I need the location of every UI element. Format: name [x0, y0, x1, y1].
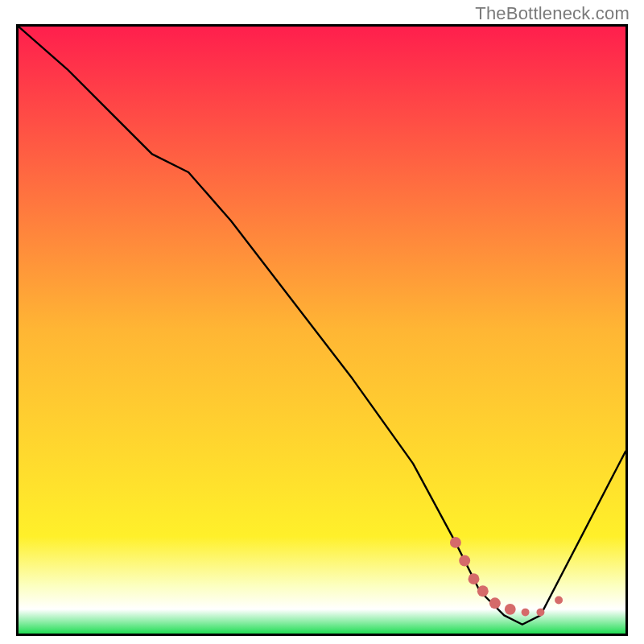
data-marker — [505, 604, 516, 615]
data-marker — [477, 585, 489, 597]
chart-area — [16, 24, 628, 636]
data-marker — [555, 597, 563, 605]
gradient-background — [19, 27, 625, 634]
attribution-label: TheBottleneck.com — [475, 3, 630, 24]
data-marker — [489, 597, 501, 609]
data-marker — [450, 537, 461, 548]
chart-svg — [19, 27, 625, 634]
data-marker — [536, 609, 544, 617]
data-marker — [469, 573, 480, 584]
data-marker — [459, 555, 470, 567]
data-marker — [522, 609, 530, 617]
